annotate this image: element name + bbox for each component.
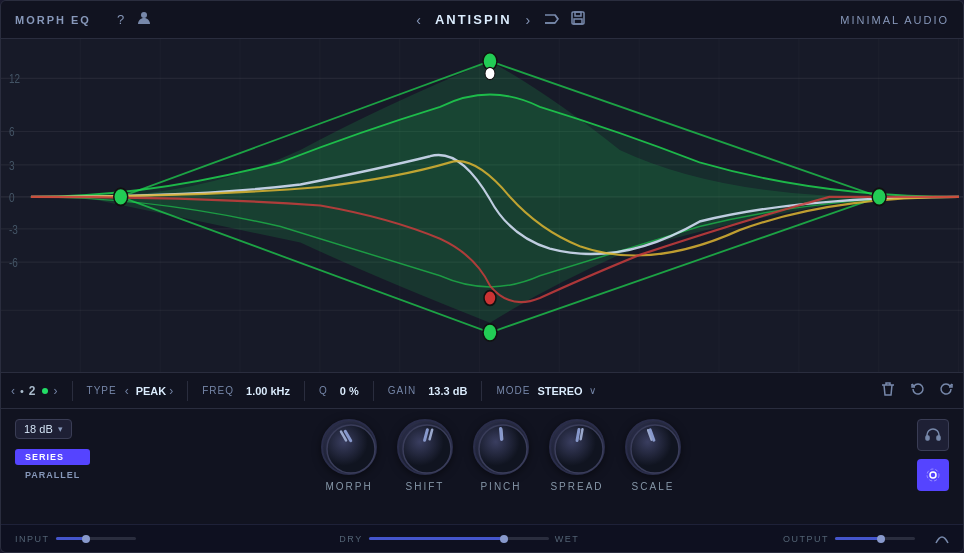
undo-button[interactable] [911, 382, 925, 399]
svg-point-41 [930, 472, 936, 478]
output-slider[interactable] [835, 537, 915, 540]
svg-point-27 [483, 324, 497, 341]
svg-point-23 [114, 188, 128, 205]
prev-type-button[interactable]: ‹ [125, 384, 129, 398]
parallel-button[interactable]: PARALLEL [15, 467, 90, 483]
input-slider[interactable] [56, 537, 136, 540]
input-section: INPUT [15, 534, 136, 544]
redo-button[interactable] [939, 382, 953, 399]
header-center: ‹ ANTISPIN › [158, 10, 840, 29]
gain-label: GAIN [388, 385, 416, 396]
svg-point-28 [484, 291, 496, 306]
delete-band-button[interactable] [881, 381, 895, 400]
svg-rect-3 [574, 19, 582, 24]
header: MORPH EQ ? ‹ ANTISPIN › MINIMAL AUDIO [1, 1, 963, 39]
band-nav: ‹ • 2 › [11, 384, 58, 398]
output-section: OUTPUT [783, 534, 915, 544]
db-dropdown[interactable]: 18 dB ▾ [15, 419, 72, 439]
dry-label: DRY [339, 534, 362, 544]
spread-knob[interactable] [549, 419, 605, 475]
pinch-knob[interactable] [473, 419, 529, 475]
bottom-controls: 18 dB ▾ SERIES PARALLEL [1, 409, 963, 524]
svg-rect-2 [575, 12, 581, 16]
scale-knob-group: SCALE [625, 419, 681, 492]
svg-line-36 [581, 429, 583, 439]
wet-label: WET [555, 534, 580, 544]
morph-label: MORPH [325, 481, 372, 492]
svg-point-31 [403, 425, 451, 473]
prev-band-button[interactable]: ‹ [11, 384, 15, 398]
user-icon[interactable] [136, 10, 152, 29]
gain-value[interactable]: 13.3 dB [428, 385, 467, 397]
morph-knob[interactable] [321, 419, 377, 475]
svg-line-34 [501, 429, 502, 439]
freq-label: FREQ [202, 385, 234, 396]
shift-label: SHIFT [406, 481, 445, 492]
separator-1 [72, 381, 73, 401]
pinch-label: PIncH [480, 481, 521, 492]
next-type-button[interactable]: › [169, 384, 173, 398]
separator-2 [187, 381, 188, 401]
svg-point-42 [927, 469, 939, 481]
plugin-title: MORPH EQ [15, 14, 91, 26]
band-number: 2 [29, 384, 36, 398]
band-active-dot [42, 388, 48, 394]
footer: INPUT DRY WET OUTPUT [1, 524, 963, 552]
save-button[interactable] [570, 10, 586, 29]
svg-rect-40 [937, 436, 940, 440]
left-controls: 18 dB ▾ SERIES PARALLEL [15, 419, 85, 483]
shift-knob[interactable] [397, 419, 453, 475]
freq-value[interactable]: 1.00 kHz [246, 385, 290, 397]
svg-text:0: 0 [9, 191, 15, 204]
curve-button[interactable] [935, 530, 949, 547]
separator-5 [481, 381, 482, 401]
eq-canvas: 12 6 3 0 -3 -6 [1, 39, 963, 372]
input-label: INPUT [15, 534, 50, 544]
help-icon[interactable]: ? [117, 12, 124, 27]
headphone-button[interactable] [917, 419, 949, 451]
spread-knob-group: SPREAD [549, 419, 605, 492]
shuffle-button[interactable] [544, 12, 560, 28]
svg-point-26 [485, 67, 495, 79]
band-type-nav: ‹ PEAK › [125, 384, 174, 398]
scale-label: SCALE [632, 481, 675, 492]
output-label: OUTPUT [783, 534, 829, 544]
svg-text:3: 3 [9, 159, 15, 172]
type-value: PEAK [136, 385, 167, 397]
svg-text:-3: -3 [9, 223, 18, 236]
right-controls [917, 419, 949, 491]
svg-point-24 [872, 188, 886, 205]
prev-preset-button[interactable]: ‹ [412, 12, 425, 28]
db-value: 18 dB [24, 423, 53, 435]
db-chevron-icon: ▾ [58, 424, 63, 434]
next-preset-button[interactable]: › [522, 12, 535, 28]
svg-point-0 [141, 12, 147, 18]
scale-knob[interactable] [625, 419, 681, 475]
separator-4 [373, 381, 374, 401]
q-value[interactable]: 0 % [340, 385, 359, 397]
mode-chevron: ∨ [589, 385, 596, 396]
svg-point-33 [479, 425, 527, 473]
separator-3 [304, 381, 305, 401]
mode-value: STEREO [537, 385, 582, 397]
brand-label: MINIMAL AUDIO [840, 14, 949, 26]
preset-name: ANTISPIN [435, 12, 512, 27]
mode-label: MODE [496, 385, 530, 396]
q-label: Q [319, 385, 328, 396]
eq-display[interactable]: 12 6 3 0 -3 -6 [1, 39, 963, 373]
dry-wet-slider[interactable] [369, 537, 549, 540]
shift-knob-group: SHIFT [397, 419, 453, 492]
mode-dropdown[interactable]: MODE STEREO ∨ [496, 385, 595, 397]
svg-text:-6: -6 [9, 256, 18, 269]
svg-point-37 [631, 425, 679, 473]
svg-text:6: 6 [9, 125, 15, 138]
series-button[interactable]: SERIES [15, 449, 90, 465]
settings-button[interactable] [917, 459, 949, 491]
next-band-button[interactable]: › [54, 384, 58, 398]
morph-knob-group: MORPH [321, 419, 377, 492]
band-controls: ‹ • 2 › TYPE ‹ PEAK › FREQ 1.00 kHz Q 0 … [1, 373, 963, 409]
svg-text:12: 12 [9, 72, 20, 85]
plugin-container: MORPH EQ ? ‹ ANTISPIN › MINIMAL AUDIO [0, 0, 964, 553]
svg-point-29 [327, 425, 375, 473]
svg-rect-39 [926, 436, 929, 440]
